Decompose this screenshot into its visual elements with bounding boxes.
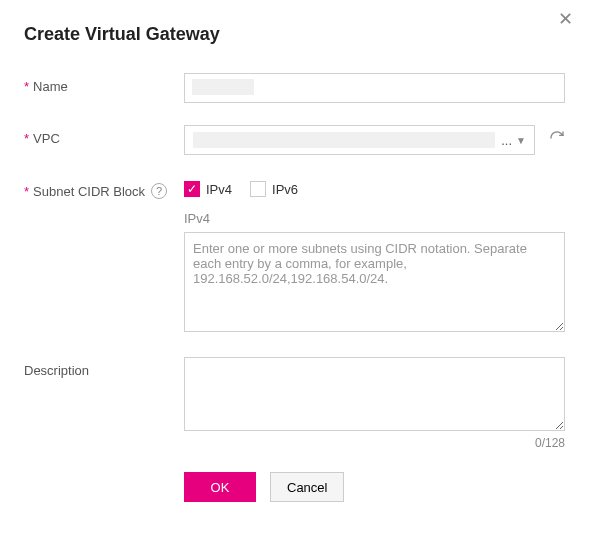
- cidr-label: * Subnet CIDR Block ?: [24, 177, 184, 199]
- required-star: *: [24, 184, 29, 199]
- description-counter: 0/128: [184, 436, 565, 450]
- vpc-label-text: VPC: [33, 131, 60, 146]
- vpc-value-suffix: ...: [501, 133, 512, 148]
- required-star: *: [24, 79, 29, 94]
- cidr-textarea[interactable]: [184, 232, 565, 332]
- description-label: Description: [24, 357, 184, 378]
- description-label-text: Description: [24, 363, 89, 378]
- ipv4-checkbox-label: IPv4: [206, 182, 232, 197]
- name-value-redacted: [192, 79, 254, 95]
- close-icon[interactable]: ✕: [558, 10, 573, 28]
- row-cidr: * Subnet CIDR Block ? ✓ IPv4 IPv6 IPv4: [24, 177, 565, 335]
- checkbox-unchecked-icon: [250, 181, 266, 197]
- ipv4-checkbox[interactable]: ✓ IPv4: [184, 181, 232, 197]
- vpc-value-redacted: [193, 132, 495, 148]
- row-description: Description 0/128: [24, 357, 565, 450]
- create-virtual-gateway-dialog: ✕ Create Virtual Gateway * Name * VPC ..…: [0, 0, 589, 533]
- ipv6-checkbox[interactable]: IPv6: [250, 181, 298, 197]
- refresh-icon[interactable]: [549, 130, 565, 150]
- checkbox-checked-icon: ✓: [184, 181, 200, 197]
- dialog-title: Create Virtual Gateway: [24, 24, 565, 45]
- dialog-actions: OK Cancel: [184, 472, 565, 502]
- required-star: *: [24, 131, 29, 146]
- name-label: * Name: [24, 73, 184, 94]
- cidr-label-text: Subnet CIDR Block: [33, 184, 145, 199]
- ipv4-sub-label: IPv4: [184, 211, 565, 226]
- row-name: * Name: [24, 73, 565, 103]
- vpc-select[interactable]: ... ▼: [184, 125, 535, 155]
- description-textarea[interactable]: [184, 357, 565, 431]
- ipv6-checkbox-label: IPv6: [272, 182, 298, 197]
- row-vpc: * VPC ... ▼: [24, 125, 565, 155]
- help-icon[interactable]: ?: [151, 183, 167, 199]
- name-label-text: Name: [33, 79, 68, 94]
- ok-button[interactable]: OK: [184, 472, 256, 502]
- cancel-button[interactable]: Cancel: [270, 472, 344, 502]
- chevron-down-icon: ▼: [516, 135, 526, 146]
- vpc-label: * VPC: [24, 125, 184, 146]
